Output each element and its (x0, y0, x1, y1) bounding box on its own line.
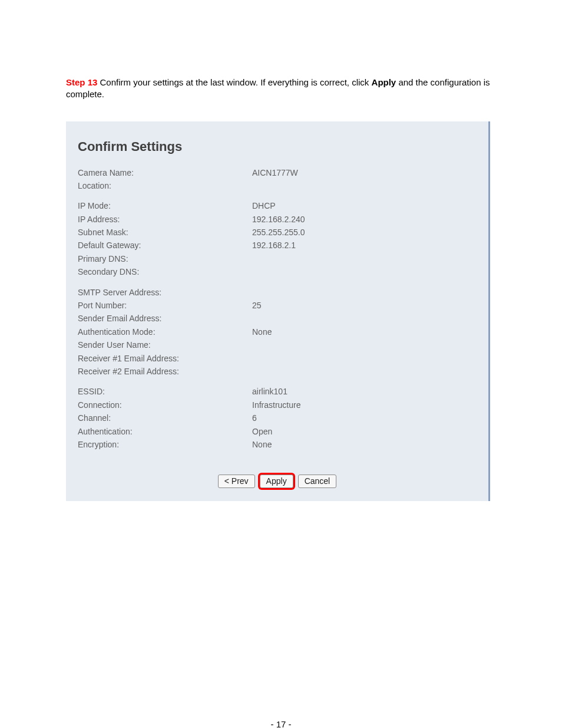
setting-label: Receiver #1 Email Address: (78, 352, 252, 365)
setting-value: airlink101 (252, 385, 287, 398)
setting-label: IP Mode: (78, 199, 252, 212)
setting-row: IP Mode: DHCP (78, 199, 477, 212)
setting-row: Subnet Mask: 255.255.255.0 (78, 226, 477, 239)
setting-label: Authentication Mode: (78, 325, 252, 338)
setting-row: Authentication Mode: None (78, 325, 477, 338)
setting-label: Default Gateway: (78, 239, 252, 252)
confirm-settings-panel: Confirm Settings Camera Name: AICN1777W … (66, 121, 490, 502)
setting-label: Encryption: (78, 438, 252, 451)
setting-label: IP Address: (78, 213, 252, 226)
panel-title: Confirm Settings (78, 139, 477, 154)
setting-row: Sender User Name: (78, 338, 477, 351)
setting-row: Port Number: 25 (78, 299, 477, 312)
setting-row: Encryption: None (78, 438, 477, 451)
setting-value: 192.168.2.240 (252, 213, 305, 226)
setting-label: Camera Name: (78, 166, 252, 179)
setting-value: DHCP (252, 199, 276, 212)
setting-label: Secondary DNS: (78, 265, 252, 278)
apply-button[interactable]: Apply (260, 475, 293, 488)
setting-label: Sender Email Address: (78, 312, 252, 325)
setting-row: Default Gateway: 192.168.2.1 (78, 239, 477, 252)
setting-value: 192.168.2.1 (252, 239, 296, 252)
setting-row: ESSID: airlink101 (78, 385, 477, 398)
setting-label: Authentication: (78, 425, 252, 438)
setting-row: Connection: Infrastructure (78, 398, 477, 411)
apply-word: Apply (372, 77, 396, 87)
setting-label: Channel: (78, 411, 252, 424)
setting-row: Authentication: Open (78, 425, 477, 438)
setting-value: Open (252, 425, 272, 438)
setting-label: Port Number: (78, 299, 252, 312)
setting-value: Infrastructure (252, 398, 300, 411)
setting-row: Camera Name: AICN1777W (78, 166, 477, 179)
setting-row: Secondary DNS: (78, 265, 477, 278)
setting-value: None (252, 438, 272, 451)
setting-value: 255.255.255.0 (252, 226, 305, 239)
step-text-before: Confirm your settings at the last window… (97, 77, 371, 87)
step-instruction: Step 13 Confirm your settings at the las… (66, 77, 496, 101)
setting-value: 6 (252, 411, 257, 424)
setting-value: AICN1777W (252, 166, 298, 179)
setting-label: Subnet Mask: (78, 226, 252, 239)
setting-label: SMTP Server Address: (78, 286, 252, 299)
setting-row: Receiver #1 Email Address: (78, 352, 477, 365)
setting-label: Sender User Name: (78, 338, 252, 351)
setting-label: Primary DNS: (78, 252, 252, 265)
setting-row: SMTP Server Address: (78, 286, 477, 299)
setting-row: IP Address: 192.168.2.240 (78, 213, 477, 226)
page-number: - 17 - (66, 719, 496, 728)
setting-label: ESSID: (78, 385, 252, 398)
setting-value: 25 (252, 299, 262, 312)
setting-label: Connection: (78, 398, 252, 411)
setting-row: Primary DNS: (78, 252, 477, 265)
setting-label: Receiver #2 Email Address: (78, 365, 252, 378)
setting-row: Location: (78, 179, 477, 192)
prev-button[interactable]: < Prev (218, 475, 255, 488)
setting-row: Sender Email Address: (78, 312, 477, 325)
setting-value: None (252, 325, 272, 338)
step-label: Step 13 (66, 77, 97, 87)
setting-row: Channel: 6 (78, 411, 477, 424)
button-row: < Prev Apply Cancel (78, 475, 477, 488)
settings-rows: Camera Name: AICN1777W Location: IP Mode… (78, 166, 477, 452)
setting-row: Receiver #2 Email Address: (78, 365, 477, 378)
setting-label: Location: (78, 179, 252, 192)
cancel-button[interactable]: Cancel (298, 475, 337, 488)
